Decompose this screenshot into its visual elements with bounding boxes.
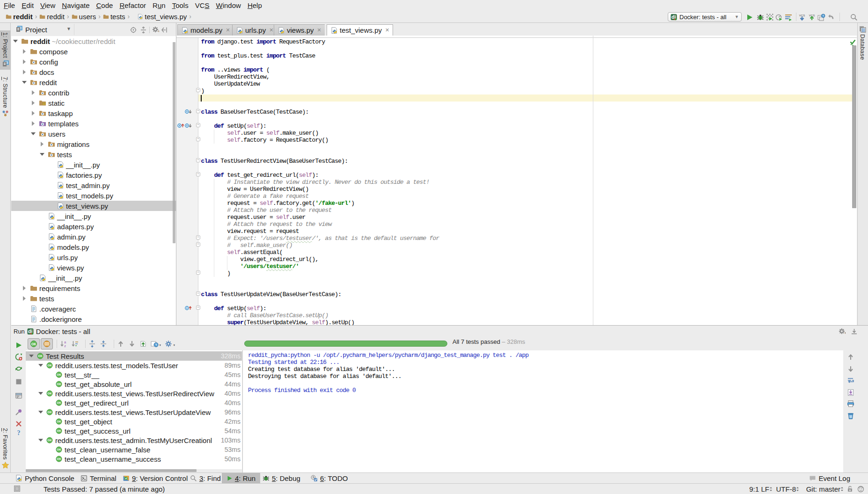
svg-text:OK: OK (57, 448, 61, 451)
svg-text:OK: OK (57, 401, 61, 404)
svg-text:OK: OK (57, 420, 61, 423)
svg-text:OK: OK (47, 392, 52, 395)
svg-text:▾: ▾ (158, 29, 159, 33)
svg-text:?: ? (17, 429, 21, 436)
svg-text:▾: ▾ (160, 343, 161, 347)
svg-text:OK: OK (57, 457, 61, 460)
svg-text:di: di (671, 14, 676, 20)
svg-text:VCS: VCS (799, 14, 805, 17)
svg-text:OK: OK (57, 373, 61, 376)
svg-text:OK: OK (47, 410, 52, 414)
svg-text:OK: OK (47, 363, 52, 367)
svg-text:▾: ▾ (845, 331, 846, 334)
svg-text:OK: OK (57, 382, 61, 385)
svg-text:OK: OK (57, 429, 61, 432)
svg-text:di: di (28, 328, 32, 334)
svg-text:OK: OK (31, 342, 36, 346)
svg-text:OK: OK (47, 438, 52, 442)
svg-text:OK: OK (38, 354, 43, 357)
svg-text:z: z (64, 344, 66, 348)
svg-text:▾: ▾ (174, 343, 175, 347)
